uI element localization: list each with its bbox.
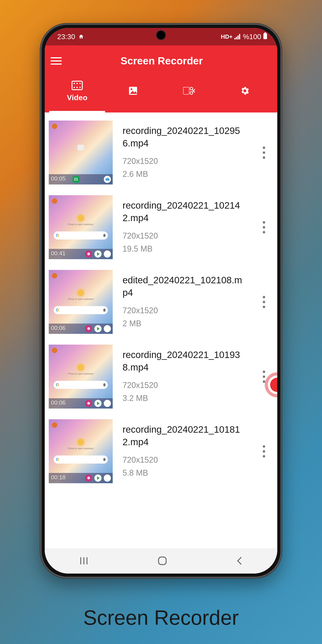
video-resolution: 720x1520	[122, 155, 247, 168]
video-info: recording_20240221_101938.mp4720x15203.2…	[122, 348, 249, 405]
video-size: 2.6 MB	[122, 168, 247, 181]
thumb-decoration: Press to open assistant	[68, 298, 94, 300]
app-title: Screen Recorder	[50, 55, 273, 67]
thumb-decoration: Press to open assistant	[68, 223, 94, 226]
video-thumbnail[interactable]: Press to open assistantG2100:05	[49, 120, 113, 184]
page-caption: Screen Recorder	[0, 606, 322, 630]
recordings-list[interactable]: Press to open assistantG2100:05recording…	[45, 112, 277, 488]
video-size: 2 MB	[122, 317, 247, 330]
video-filename: recording_20240221_102142.mp4	[122, 199, 247, 224]
net-indicator: HD+	[221, 33, 232, 40]
gear-icon	[240, 86, 250, 97]
app-bar: Screen Recorder Video	[45, 46, 277, 112]
svg-rect-0	[234, 38, 236, 39]
video-thumbnail[interactable]: Press to open assistantG00:06	[49, 344, 113, 408]
screen: 23:30 HD+ %100 Screen Recorder	[45, 28, 277, 574]
battery-text: %100	[243, 33, 261, 41]
thumb-app-icon	[104, 176, 111, 183]
thumb-decoration: Press to open assistant	[68, 447, 94, 450]
image-icon	[128, 86, 138, 96]
video-filename: edited_20240221_102108.mp4	[122, 274, 247, 299]
video-thumbnail[interactable]: Press to open assistantG00:06	[49, 270, 113, 334]
video-duration: 00:18	[51, 474, 66, 481]
thumb-decoration: G	[54, 456, 108, 464]
list-item[interactable]: Press to open assistantG2100:05recording…	[45, 115, 277, 190]
item-menu-button[interactable]	[259, 218, 269, 236]
video-size: 19.5 MB	[122, 242, 247, 255]
svg-rect-2	[238, 36, 238, 39]
item-menu-button[interactable]	[259, 144, 269, 162]
thumb-decoration	[78, 364, 84, 370]
video-thumbnail[interactable]: Press to open assistantG00:18	[49, 419, 113, 483]
svg-point-14	[130, 88, 132, 90]
video-size: 5.8 MB	[122, 466, 247, 480]
svg-rect-23	[158, 557, 166, 564]
tab-image[interactable]	[105, 70, 161, 112]
video-duration: 00:06	[51, 325, 66, 332]
svg-rect-5	[264, 33, 267, 39]
thumb-app-icon	[94, 474, 102, 482]
thumb-app-icon	[85, 250, 92, 258]
list-item[interactable]: Press to open assistantG00:06edited_2024…	[45, 264, 277, 339]
thumb-app-icon	[104, 250, 111, 258]
thumb-decoration: G	[54, 232, 108, 240]
camera-notch	[156, 30, 166, 40]
list-item[interactable]: Press to open assistantG00:18recording_2…	[45, 414, 277, 488]
thumb-app-icon	[94, 250, 102, 258]
video-thumbnail[interactable]: Press to open assistantG00:41	[49, 195, 113, 259]
item-menu-button[interactable]	[259, 293, 269, 311]
home-button[interactable]	[157, 556, 168, 567]
phone-frame: 23:30 HD+ %100 Screen Recorder	[40, 24, 282, 578]
svg-rect-1	[236, 37, 237, 39]
thumb-badge	[52, 198, 57, 204]
video-duration: 00:41	[51, 250, 66, 257]
thumb-decoration	[78, 215, 84, 221]
svg-rect-15	[183, 87, 189, 94]
thumb-badge	[52, 124, 57, 129]
tab-video[interactable]: Video	[49, 70, 105, 112]
thumb-app-icon	[85, 474, 92, 482]
video-filename: recording_20240221_101812.mp4	[122, 423, 247, 448]
svg-point-11	[76, 87, 78, 88]
svg-rect-3	[239, 34, 240, 39]
svg-point-9	[80, 83, 81, 84]
status-time: 23:30	[57, 33, 75, 41]
tab-settings[interactable]	[217, 70, 273, 112]
thumb-decoration: Press to open assistant	[68, 372, 94, 375]
video-info: recording_20240221_101812.mp4720x15205.8…	[122, 423, 249, 480]
video-resolution: 720x1520	[122, 454, 247, 466]
thumb-badge	[52, 348, 57, 353]
list-item[interactable]: Press to open assistantG00:06recording_2…	[45, 339, 277, 414]
svg-point-7	[74, 83, 75, 84]
video-resolution: 720x1520	[122, 304, 247, 317]
thumb-app-icon	[85, 325, 92, 332]
thumb-decoration: G	[54, 306, 108, 314]
thumb-decoration	[78, 290, 84, 296]
video-info: recording_20240221_102142.mp4720x152019.…	[122, 199, 249, 255]
svg-rect-4	[264, 32, 266, 33]
svg-point-10	[74, 87, 75, 88]
thumb-badge	[52, 273, 57, 278]
tab-bar: Video	[49, 70, 273, 112]
thumb-app-icon	[104, 400, 111, 407]
video-size: 3.2 MB	[122, 392, 247, 405]
item-menu-button[interactable]	[259, 442, 269, 460]
thumb-app-icon	[104, 474, 111, 482]
thumb-app-icon	[85, 400, 92, 407]
tab-edit[interactable]	[161, 70, 217, 112]
video-duration: 00:06	[51, 399, 66, 406]
svg-rect-6	[72, 81, 82, 90]
svg-point-12	[80, 87, 81, 88]
thumb-badge	[52, 422, 57, 428]
video-resolution: 720x1520	[122, 230, 247, 242]
recents-button[interactable]	[79, 556, 89, 566]
film-icon	[72, 81, 83, 91]
video-filename: recording_20240221_102956.mp4	[122, 124, 247, 150]
thumb-app-icon	[94, 325, 102, 332]
scissors-film-icon	[183, 86, 195, 96]
back-button[interactable]	[236, 556, 243, 567]
list-item[interactable]: Press to open assistantG00:41recording_2…	[45, 190, 277, 264]
battery-icon	[263, 32, 268, 41]
video-filename: recording_20240221_101938.mp4	[122, 348, 247, 374]
video-resolution: 720x1520	[122, 379, 247, 392]
